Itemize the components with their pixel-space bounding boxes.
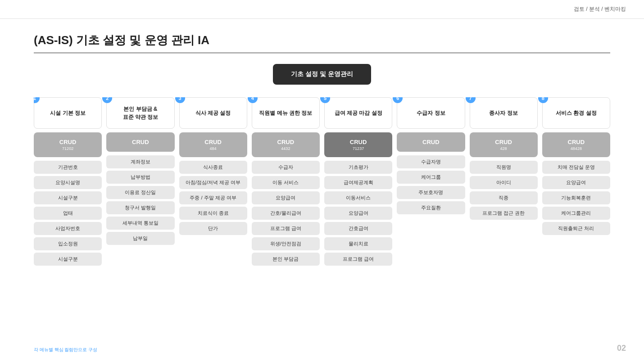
list-item: 수급자 [252,161,320,174]
list-item: 주요질환 [397,201,465,214]
list-items-6: 수급자명케어그룹주보호자명주요질환 [397,155,465,214]
column-3: 3식사 제공 설정CRUD484식사종료아침/점심/저녁 제공 여부주중 / 주… [179,97,247,235]
crud-box-8: CRUD48428 [542,132,610,157]
list-item: 케어그룹 [397,171,465,184]
list-item: 시설구분 [34,191,102,204]
list-item: 치료식이 종료 [179,207,247,220]
crud-label-1: CRUD [38,139,97,145]
list-item: 세부내역 통보일 [106,217,174,230]
header-card-7: 7종사자 정보 [470,97,538,129]
list-item: 입소정원 [34,237,102,250]
header-text-6: 수급자 정보 [417,109,445,117]
list-item: 식사종료 [179,161,247,174]
main-content: (AS-IS) 기초 설정 및 운영 관리 IA 기초 설정 및 운영관리 1시… [0,19,644,284]
list-item: 주보호자명 [397,186,465,199]
page-number: 02 [617,344,626,353]
list-item: 수급자명 [397,155,465,168]
crud-box-5: CRUD71237 [324,132,392,157]
crud-label-3: CRUD [184,139,243,145]
column-2: 2본인 부담금 & 표준 약관 정보CRUD계좌정보납부방법이용료 정산일청구서… [106,97,174,245]
header-card-2: 2본인 부담금 & 표준 약관 정보 [106,97,174,129]
header-text-7: 종사자 정보 [489,109,517,117]
list-item: 직원명 [470,161,538,174]
list-item: 요양시설명 [34,176,102,189]
badge-1: 1 [34,97,40,103]
list-item: 아침/점심/저녁 제공 여부 [179,176,247,189]
header-text-8: 서비스 환경 설정 [556,109,597,117]
list-item: 프로그램 접근 권한 [470,207,538,220]
column-4: 4직원별 메뉴 권한 정보CRUD4432수급자이동 서비스요양급여간호/물리급… [252,97,320,266]
list-item: 이용료 정산일 [106,186,174,199]
list-items-8: 치매 전담실 운영요양급여기능회복훈련케어그룹관리직원출퇴근 처리 [542,161,610,235]
header-text-1: 시설 기본 정보 [50,109,86,117]
crud-label-8: CRUD [547,139,606,145]
list-item: 시설구분 [34,253,102,266]
crud-sub-8: 48428 [547,146,606,151]
list-item: 간호/물리급여 [252,207,320,220]
column-8: 8서비스 환경 설정CRUD48428치매 전담실 운영요양급여기능회복훈련케어… [542,97,610,235]
list-items-3: 식사종료아침/점심/저녁 제공 여부주중 / 주말 제공 여부치료식이 종료단가 [179,161,247,235]
list-item: 납부방법 [106,171,174,184]
header-text-4: 직원별 메뉴 권한 정보 [259,109,312,117]
list-item: 급여제공계획 [324,176,392,189]
list-item: 이동 서비스 [252,176,320,189]
crud-label-2: CRUD [111,139,170,145]
badge-2: 2 [102,97,112,103]
header-card-1: 1시설 기본 정보 [34,97,102,129]
list-item: 사업자번호 [34,222,102,235]
crud-sub-5: 71237 [329,146,388,151]
list-items-1: 기관번호요양시설명시설구분업태사업자번호입소정원시설구분 [34,161,102,266]
crud-label-4: CRUD [256,139,315,145]
list-item: 계좌정보 [106,155,174,168]
title-divider [34,53,610,53]
header-card-6: 6수급자 정보 [397,97,465,129]
list-item: 납부일 [106,232,174,245]
badge-7: 7 [466,97,476,103]
list-items-7: 직원명아이디직종프로그램 접근 권한 [470,161,538,220]
crud-sub-3: 484 [184,146,243,151]
list-item: 프로그램 급여 [252,222,320,235]
list-items-2: 계좌정보납부방법이용료 정산일청구서 발행일세부내역 통보일납부일 [106,155,174,245]
list-items-4: 수급자이동 서비스요양급여간호/물리급여프로그램 급여위생/안전점검본인 부담금 [252,161,320,266]
crud-box-2: CRUD [106,132,174,152]
list-item: 단가 [179,222,247,235]
list-item: 기초평가 [324,161,392,174]
columns-container: 1시설 기본 정보CRUD71202기관번호요양시설명시설구분업태사업자번호입소… [34,97,610,266]
header-text-5: 급여 제공 마감 설정 [335,109,382,117]
crud-box-6: CRUD [397,132,465,152]
list-item: 주중 / 주말 제공 여부 [179,191,247,204]
list-item: 위생/안전점검 [252,237,320,250]
list-item: 케어그룹관리 [542,207,610,220]
top-bar: 검토 / 분석 / 벤치마킹 [0,0,644,19]
crud-sub-7: 428 [474,146,533,151]
center-box-wrapper: 기초 설정 및 운영관리 [34,64,610,85]
list-item: 요양급여 [542,176,610,189]
crud-box-3: CRUD484 [179,132,247,157]
list-item: 요양급여 [252,191,320,204]
list-item: 본인 부담금 [252,253,320,266]
list-item: 아이디 [470,176,538,189]
badge-3: 3 [175,97,185,103]
column-5: 5급여 제공 마감 설정CRUD71237기초평가급여제공계획이동서비스요양급여… [324,97,392,266]
header-card-4: 4직원별 메뉴 권한 정보 [252,97,320,129]
header-card-8: 8서비스 환경 설정 [542,97,610,129]
header-text-2: 본인 부담금 & 표준 약관 정보 [123,105,159,121]
list-item: 물리치료 [324,237,392,250]
header-card-3: 3식사 제공 설정 [179,97,247,129]
header-text-3: 식사 제공 설정 [195,109,231,117]
breadcrumb: 검토 / 분석 / 벤치마킹 [574,5,626,13]
list-item: 요양급여 [324,207,392,220]
crud-label-7: CRUD [474,139,533,145]
crud-label-6: CRUD [401,139,460,145]
crud-label-5: CRUD [329,139,388,145]
column-7: 7종사자 정보CRUD428직원명아이디직종프로그램 접근 권한 [470,97,538,220]
footer-note: 각 메뉴별 핵심 컬럼만으로 구성 [34,347,97,353]
list-item: 청구서 발행일 [106,201,174,214]
column-6: 6수급자 정보CRUD수급자명케어그룹주보호자명주요질환 [397,97,465,214]
crud-box-1: CRUD71202 [34,132,102,157]
crud-box-7: CRUD428 [470,132,538,157]
list-item: 치매 전담실 운영 [542,161,610,174]
header-card-5: 5급여 제공 마감 설정 [324,97,392,129]
list-item: 직원출퇴근 처리 [542,222,610,235]
crud-box-4: CRUD4432 [252,132,320,157]
